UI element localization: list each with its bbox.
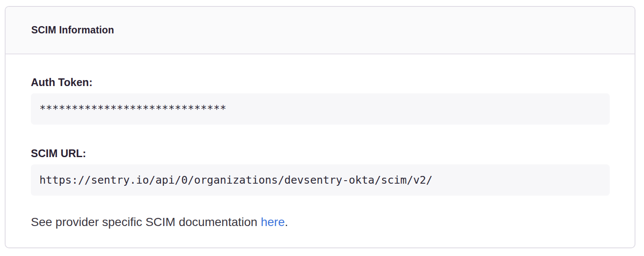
scim-url-label: SCIM URL: (31, 147, 610, 160)
auth-token-group: Auth Token: ****************************… (31, 76, 610, 125)
scim-url-field[interactable]: https://sentry.io/api/0/organizations/de… (31, 164, 610, 196)
panel-header: SCIM Information (6, 7, 635, 54)
scim-url-value: https://sentry.io/api/0/organizations/de… (39, 174, 432, 186)
documentation-link[interactable]: here (261, 215, 285, 229)
auth-token-label: Auth Token: (31, 76, 610, 89)
auth-token-value: ***************************** (39, 103, 227, 115)
scim-information-panel: SCIM Information Auth Token: ***********… (5, 6, 635, 248)
scim-url-group: SCIM URL: https://sentry.io/api/0/organi… (31, 147, 610, 196)
auth-token-field[interactable]: ***************************** (31, 93, 610, 125)
panel-body: Auth Token: ****************************… (6, 54, 635, 229)
panel-title: SCIM Information (31, 24, 114, 36)
page: { "panel": { "title": "SCIM Information"… (0, 0, 644, 256)
documentation-note: See provider specific SCIM documentation… (31, 215, 610, 229)
documentation-note-suffix: . (285, 215, 288, 229)
documentation-note-prefix: See provider specific SCIM documentation (31, 215, 261, 229)
